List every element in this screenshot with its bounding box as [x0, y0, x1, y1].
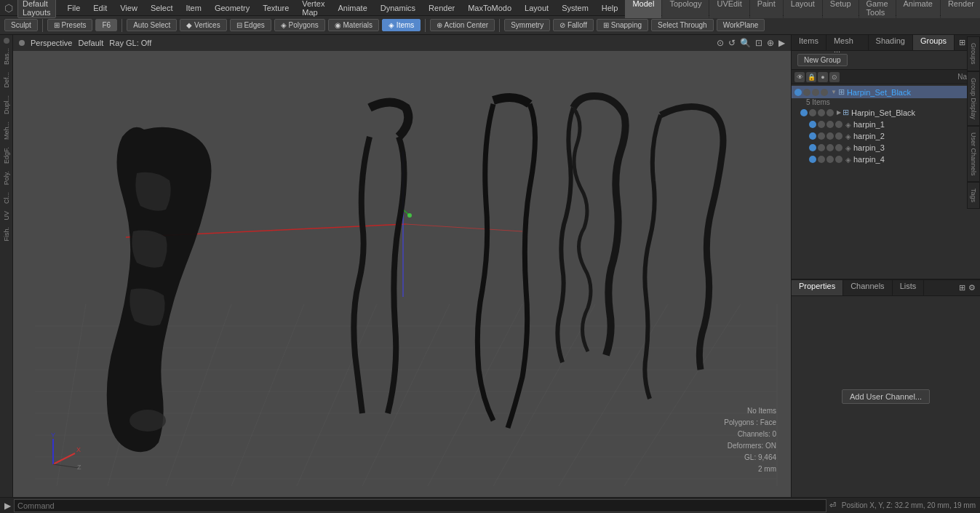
left-tb-bas[interactable]: Bas...: [1, 45, 12, 68]
tab-game-tools[interactable]: Game Tools: [859, 0, 896, 18]
falloff-button[interactable]: ⊘ Falloff: [553, 19, 594, 31]
snapping-button[interactable]: ⊞ Snapping: [597, 19, 648, 31]
menu-file[interactable]: File: [62, 2, 87, 14]
svg-line-13: [362, 304, 450, 486]
left-tb-dot[interactable]: [4, 38, 9, 44]
tab-topology[interactable]: Topology: [662, 0, 709, 18]
workplane-button[interactable]: WorkPlane: [717, 19, 765, 31]
tab-shading[interactable]: Shading: [869, 35, 913, 50]
col-icon-vis[interactable]: ●: [818, 72, 828, 82]
tab-uvedit[interactable]: UVEdit: [709, 0, 749, 18]
tree-arrow-set[interactable]: ▶: [837, 109, 841, 116]
left-tb-uv[interactable]: UV: [1, 208, 12, 223]
tab-lists[interactable]: Lists: [893, 280, 925, 295]
bottom-settings-icon[interactable]: ⚙: [968, 283, 976, 293]
tab-icon-expand[interactable]: ⊞: [959, 38, 965, 47]
vp-perspective[interactable]: Perspective: [31, 39, 72, 47]
action-center-button[interactable]: ⊕ Action Center: [430, 19, 495, 31]
menu-vertex-map[interactable]: Vertex Map: [296, 0, 330, 18]
vp-icon-zoom[interactable]: 🔍: [740, 38, 751, 48]
select-through-button[interactable]: Select Through: [651, 19, 714, 31]
tab-model[interactable]: Model: [625, 0, 661, 18]
tree-row-harpin-1[interactable]: ◈ harpin_1: [792, 119, 980, 130]
cmd-enter-icon[interactable]: ⏎: [829, 501, 836, 510]
menu-render[interactable]: Render: [423, 2, 461, 14]
bottom-expand-icon[interactable]: ⊞: [959, 283, 965, 293]
menu-item[interactable]: Item: [180, 2, 207, 14]
tab-setup[interactable]: Setup: [823, 0, 859, 18]
left-tb-cl[interactable]: Cl...: [1, 189, 12, 207]
f6-button[interactable]: F6: [95, 19, 117, 31]
menu-maxtomodo[interactable]: MaxToModo: [462, 2, 517, 14]
menu-dynamics[interactable]: Dynamics: [375, 2, 421, 14]
tab-mesh[interactable]: Mesh ...: [826, 35, 869, 50]
new-group-button[interactable]: New Group: [797, 54, 848, 66]
vertices-button[interactable]: ◆ Vertices: [180, 19, 226, 31]
vp-icon-expand[interactable]: ▶: [778, 38, 785, 48]
tab-channels[interactable]: Channels: [843, 280, 892, 295]
far-tab-tags[interactable]: Tags: [967, 182, 980, 209]
items-button[interactable]: ◈ Items: [382, 19, 421, 31]
tab-animate[interactable]: Animate: [896, 0, 940, 18]
vp-default[interactable]: Default: [78, 39, 103, 47]
vp-icon-refresh[interactable]: ↺: [728, 38, 736, 48]
left-tb-def[interactable]: Def...: [1, 69, 12, 91]
tree-row-harpin-3[interactable]: ◈ harpin_3: [792, 142, 980, 154]
far-tab-groups[interactable]: Groups: [967, 36, 980, 71]
svg-line-19: [126, 224, 406, 237]
svg-line-9: [108, 304, 159, 486]
vp-icon-frame[interactable]: ⊡: [755, 38, 762, 48]
left-tb-meh[interactable]: Meh...: [1, 119, 12, 143]
tab-items[interactable]: Items: [792, 35, 826, 50]
tree-row-harpin-2[interactable]: ◈ harpin_2: [792, 130, 980, 142]
menu-geometry[interactable]: Geometry: [209, 2, 255, 14]
left-tb-fish[interactable]: Fish.: [1, 224, 12, 244]
menu-layout[interactable]: Layout: [519, 2, 554, 14]
menu-help[interactable]: Help: [596, 2, 624, 14]
menu-view[interactable]: View: [114, 2, 143, 14]
layout-dropdown[interactable]: Default Layouts: [17, 0, 56, 18]
col-icon-lock[interactable]: 🔒: [806, 72, 816, 82]
tab-layout[interactable]: Layout: [784, 0, 822, 18]
far-tab-group-display[interactable]: Group Display: [967, 71, 980, 126]
add-user-channel-button[interactable]: Add User Channel...: [842, 389, 930, 404]
tab-groups[interactable]: Groups: [913, 35, 955, 50]
tree-dot: [809, 156, 816, 163]
tree-row-group[interactable]: ▼ ⊞ Harpin_Set_Black ✎: [792, 86, 980, 98]
scene-tree[interactable]: ▼ ⊞ Harpin_Set_Black ✎ 5 Items ▶ ⊞ Harpi…: [792, 84, 980, 279]
left-tb-poly[interactable]: Poly.: [1, 168, 12, 188]
menu-animate[interactable]: Animate: [332, 2, 373, 14]
menu-select[interactable]: Select: [145, 2, 179, 14]
left-tb-dupl[interactable]: Dupl...: [1, 92, 12, 117]
svg-line-25: [53, 453, 75, 464]
presets-button[interactable]: ⊞ Presets: [47, 19, 93, 31]
menu-texture[interactable]: Texture: [257, 2, 295, 14]
vp-icon-rotate[interactable]: ⊙: [717, 38, 724, 48]
auto-select-button[interactable]: Auto Select: [127, 19, 177, 31]
viewport[interactable]: Perspective Default Ray GL: Off ⊙ ↺ 🔍 ⊡ …: [13, 35, 791, 497]
svg-point-23: [407, 213, 412, 218]
menu-edit[interactable]: Edit: [87, 2, 113, 14]
vp-icon-settings[interactable]: ⊕: [767, 38, 774, 48]
menu-system[interactable]: System: [556, 2, 594, 14]
col-icon-eye[interactable]: 👁: [794, 72, 805, 82]
tree-row-harpin-4[interactable]: ◈ harpin_4: [792, 154, 980, 165]
tab-properties[interactable]: Properties: [792, 280, 843, 295]
far-tab-user-channels[interactable]: User Channels: [967, 126, 980, 183]
left-tb-edgf[interactable]: EdgF.: [1, 144, 12, 167]
sculpt-button[interactable]: Sculpt: [4, 19, 38, 31]
tree-arrow-group[interactable]: ▼: [831, 89, 837, 95]
edges-button[interactable]: ⊟ Edges: [230, 19, 271, 31]
cmd-arrow-icon[interactable]: ▶: [4, 501, 11, 511]
col-headers: 👁 🔒 ● ⊙ Name: [792, 70, 980, 84]
polygons-button[interactable]: ◈ Polygons: [274, 19, 325, 31]
tab-render[interactable]: Render: [941, 0, 980, 18]
vp-raygl[interactable]: Ray GL: Off: [109, 39, 151, 47]
materials-button[interactable]: ◉ Materials: [328, 19, 379, 31]
tree-row-harpin-set[interactable]: ▶ ⊞ Harpin_Set_Black: [792, 106, 980, 119]
command-input[interactable]: [14, 499, 826, 512]
tab-paint[interactable]: Paint: [750, 0, 783, 18]
symmetry-button[interactable]: Symmetry: [504, 19, 550, 31]
col-icon-render[interactable]: ⊙: [829, 72, 840, 82]
vp-toggle[interactable]: [19, 40, 25, 46]
